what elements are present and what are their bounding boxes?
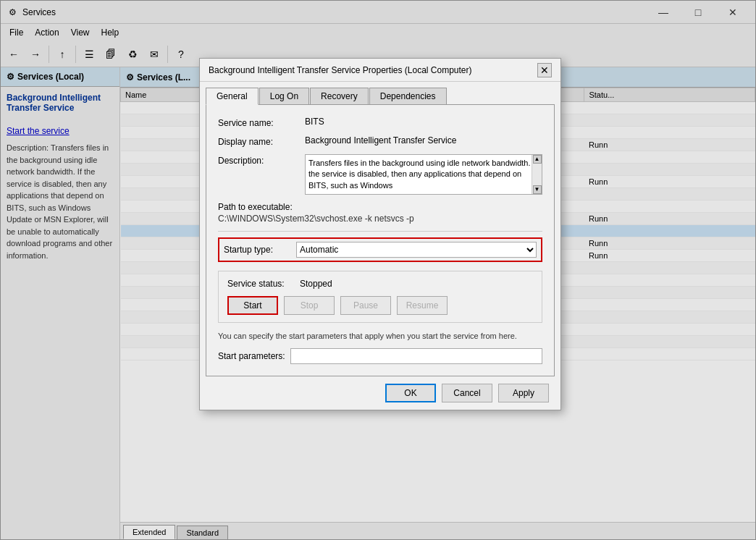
description-box: Transfers files in the background using … [305,154,542,195]
path-label: Path to executable: [218,202,542,212]
tab-logon[interactable]: Log On [259,88,309,104]
display-name-value: Background Intelligent Transfer Service [305,135,542,145]
description-text: Transfers files in the background using … [308,159,537,190]
start-params-label: Start parameters: [218,351,290,361]
startup-type-row: Startup type: Automatic Automatic (Delay… [218,237,542,262]
tab-recovery[interactable]: Recovery [310,88,369,104]
pause-button[interactable]: Pause [340,296,391,315]
status-section: Service status: Stopped Start Stop Pause… [218,271,542,323]
status-row: Service status: Stopped [227,279,533,289]
resume-button[interactable]: Resume [397,296,448,315]
service-name-label: Service name: [218,117,305,128]
dialog-title-text: Background Intelligent Transfer Service … [209,65,537,75]
scroll-down-btn[interactable]: ▼ [533,185,542,194]
display-name-label: Display name: [218,135,305,147]
startup-select[interactable]: Automatic Automatic (Delayed Start) Manu… [296,242,537,258]
service-name-value: BITS [305,117,542,127]
scroll-up-btn[interactable]: ▲ [533,155,542,164]
start-params-input[interactable] [290,348,542,364]
stop-button[interactable]: Stop [284,296,335,315]
start-button[interactable]: Start [227,296,278,315]
status-label: Service status: [227,279,300,289]
properties-dialog: Background Intelligent Transfer Service … [199,58,561,410]
path-value: C:\WINDOWS\System32\svchost.exe -k netsv… [218,214,542,224]
service-buttons: Start Stop Pause Resume [227,296,533,315]
tab-dependencies[interactable]: Dependencies [369,88,447,104]
divider-1 [218,231,542,232]
description-row: Description: Transfers files in the back… [218,154,542,195]
path-row: Path to executable: C:\WINDOWS\System32\… [218,202,542,224]
service-name-row: Service name: BITS [218,117,542,128]
start-note: You can specify the start parameters tha… [218,330,542,342]
startup-select-wrapper[interactable]: Automatic Automatic (Delayed Start) Manu… [296,242,537,258]
ok-button[interactable]: OK [385,384,436,402]
dialog-tabs: General Log On Recovery Dependencies [200,82,560,104]
description-label: Description: [218,154,305,166]
display-name-row: Display name: Background Intelligent Tra… [218,135,542,147]
start-params-row: Start parameters: [218,348,542,364]
cancel-button[interactable]: Cancel [442,384,492,402]
desc-scrollbar[interactable]: ▲ ▼ [532,155,542,194]
startup-label: Startup type: [224,245,296,255]
tab-general[interactable]: General [206,88,259,105]
dialog-footer: OK Cancel Apply [200,376,560,410]
apply-button[interactable]: Apply [498,384,549,402]
dialog-title-bar: Background Intelligent Transfer Service … [200,59,560,82]
dialog-close-button[interactable]: ✕ [537,63,552,77]
dialog-content: Service name: BITS Display name: Backgro… [206,104,555,376]
status-value: Stopped [300,279,332,289]
